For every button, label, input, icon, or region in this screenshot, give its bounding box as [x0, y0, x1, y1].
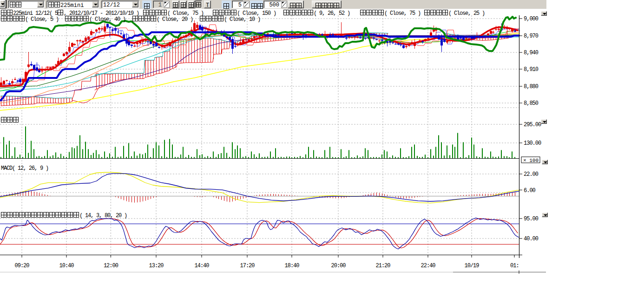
- svg-text:8,970: 8,970: [524, 33, 539, 39]
- svg-text:17:20: 17:20: [240, 263, 255, 269]
- svg-text:22.00: 22.00: [524, 171, 539, 178]
- svg-text:18:40: 18:40: [284, 263, 299, 269]
- svg-text:12:00: 12:00: [104, 263, 118, 269]
- svg-text:22:40: 22:40: [421, 263, 435, 269]
- svg-text:8,940: 8,940: [524, 50, 539, 56]
- svg-text:8,880: 8,880: [524, 84, 539, 90]
- svg-text:09:20: 09:20: [14, 263, 29, 269]
- svg-text:9,000: 9,000: [524, 16, 539, 22]
- svg-text:10/19: 10/19: [464, 263, 479, 269]
- svg-text:20:00: 20:00: [331, 263, 346, 269]
- svg-text:295.00: 295.00: [524, 122, 541, 128]
- svg-text:8,910: 8,910: [524, 66, 539, 73]
- svg-text:95.00: 95.00: [524, 216, 539, 222]
- svg-text:21:20: 21:20: [375, 263, 390, 269]
- svg-text:13:20: 13:20: [149, 263, 164, 269]
- svg-text:40.00: 40.00: [524, 236, 539, 242]
- svg-text:14:40: 14:40: [194, 263, 209, 269]
- svg-text:8,850: 8,850: [524, 100, 539, 107]
- svg-text:× 100: × 100: [523, 158, 539, 163]
- svg-text:10:40: 10:40: [59, 263, 74, 269]
- svg-text:01:: 01:: [510, 263, 519, 269]
- svg-text:6.00: 6.00: [524, 187, 536, 194]
- svg-text:130.00: 130.00: [524, 140, 541, 147]
